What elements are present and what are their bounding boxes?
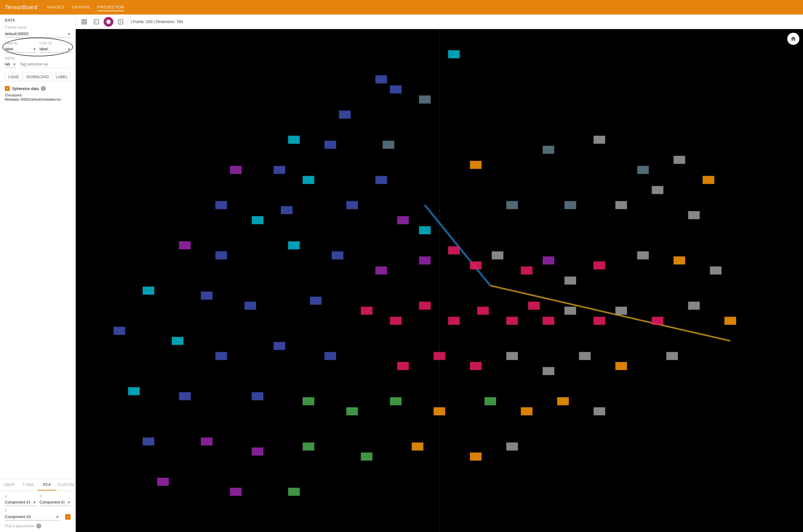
data-section-title: DATA	[5, 18, 71, 22]
svg-rect-39	[179, 242, 191, 250]
svg-rect-70	[652, 317, 663, 325]
svg-rect-73	[114, 327, 125, 335]
svg-rect-83	[579, 352, 591, 360]
pca-help-icon[interactable]: ?	[36, 524, 41, 528]
svg-rect-78	[397, 362, 409, 370]
z-axis-select[interactable]: Component #3	[5, 513, 59, 520]
svg-rect-93	[484, 397, 496, 405]
edit-by-select[interactable]: label	[5, 61, 16, 68]
tag-selection-input[interactable]	[20, 61, 71, 68]
svg-rect-26	[652, 186, 663, 194]
svg-rect-58	[310, 297, 322, 305]
y-axis-select-wrapper: Component #2 ▾	[40, 499, 71, 506]
svg-rect-62	[448, 317, 460, 325]
svg-rect-10	[448, 50, 460, 58]
svg-rect-18	[230, 166, 242, 174]
tab-pca[interactable]: PCA	[38, 479, 56, 491]
svg-rect-40	[215, 251, 227, 260]
pca-note-row: PCA is approximate. ?	[5, 524, 71, 528]
svg-rect-61	[419, 302, 431, 310]
svg-rect-98	[201, 437, 212, 446]
pca-note-text: PCA is approximate.	[5, 524, 35, 528]
svg-line-8	[490, 286, 730, 341]
svg-rect-86	[128, 387, 140, 395]
svg-rect-79	[434, 352, 445, 360]
sphereize-help-icon[interactable]: ?	[41, 86, 46, 91]
sphereize-checkbox[interactable]: ✓	[5, 86, 10, 91]
top-navigation: TensorBoard IMAGES GRAPHS PROJECTOR	[0, 0, 803, 15]
svg-rect-74	[172, 337, 183, 345]
viz-canvas[interactable]	[76, 29, 803, 532]
checkbox-checkmark-icon: ✓	[6, 87, 9, 91]
svg-rect-59	[361, 307, 372, 315]
method-tabs: UMAP T-SNE PCA CUSTOM	[0, 479, 75, 491]
svg-rect-92	[434, 407, 445, 415]
svg-rect-54	[710, 267, 722, 275]
scatter-plot	[76, 29, 803, 532]
svg-rect-2	[82, 22, 84, 24]
y-axis-select[interactable]: Component #2	[40, 499, 71, 506]
tensor-found-text: 1 tensor found	[5, 25, 71, 29]
svg-rect-67	[565, 307, 576, 315]
svg-rect-30	[252, 216, 263, 225]
svg-rect-77	[325, 352, 336, 360]
svg-rect-96	[594, 407, 605, 415]
nav-images[interactable]: IMAGES	[47, 4, 64, 11]
tensor-select[interactable]: default:00002	[5, 30, 71, 38]
svg-rect-31	[281, 206, 292, 214]
svg-rect-22	[470, 161, 481, 169]
svg-text:Z: Z	[95, 21, 97, 23]
svg-rect-23	[543, 146, 554, 154]
svg-rect-45	[448, 246, 460, 254]
action-buttons-row: Load Download Label	[5, 73, 71, 81]
sidebar-bottom: UMAP T-SNE PCA CUSTOM X Component #1 ▾	[0, 479, 75, 532]
x-axis-label: X	[5, 494, 36, 498]
svg-rect-94	[521, 407, 532, 415]
svg-rect-27	[674, 156, 685, 164]
svg-rect-34	[419, 226, 431, 234]
x-axis-select-wrapper: Component #1 ▾	[5, 499, 36, 506]
svg-rect-68	[594, 317, 605, 325]
svg-rect-19	[274, 166, 285, 174]
load-button[interactable]: Load	[5, 73, 22, 81]
svg-rect-44	[419, 256, 431, 265]
svg-rect-107	[288, 488, 300, 496]
grid-icon-btn[interactable]	[79, 17, 89, 27]
svg-rect-0	[82, 19, 84, 21]
sphereize-row: ✓ Sphereize data ?	[5, 86, 71, 91]
svg-rect-24	[594, 136, 605, 144]
nav-projector[interactable]: PROJECTOR	[97, 4, 124, 11]
text-icon-btn[interactable]: A	[116, 17, 126, 27]
svg-rect-50	[565, 277, 576, 285]
x-axis-select[interactable]: Component #1	[5, 499, 36, 506]
label-color-row: Label by label ▾ Color by label	[5, 40, 71, 54]
svg-rect-105	[157, 478, 169, 486]
color-by-select[interactable]: label	[40, 45, 71, 53]
tab-tsne[interactable]: T-SNE	[19, 479, 38, 491]
z-axis-checkbox[interactable]: ✓	[65, 514, 71, 519]
label-button[interactable]: Label	[53, 73, 71, 81]
nav-graphs[interactable]: GRAPHS	[72, 4, 90, 11]
zoom-icon-btn[interactable]: Z	[92, 17, 101, 27]
tab-custom[interactable]: CUSTOM	[56, 479, 75, 491]
home-button[interactable]	[787, 33, 799, 45]
edit-by-label: Edit by	[5, 56, 16, 60]
svg-rect-56	[201, 292, 212, 300]
x-axis-group: X Component #1 ▾	[5, 494, 36, 506]
svg-rect-51	[594, 262, 605, 270]
record-button[interactable]	[103, 17, 113, 27]
svg-rect-64	[506, 317, 518, 325]
svg-rect-53	[674, 256, 685, 265]
svg-rect-104	[506, 443, 518, 451]
download-button[interactable]: Download	[24, 73, 52, 81]
tab-umap[interactable]: UMAP	[0, 479, 19, 491]
record-inner-icon	[107, 20, 111, 24]
label-by-select[interactable]: label	[5, 45, 36, 53]
svg-rect-17	[383, 141, 394, 149]
svg-rect-38	[688, 211, 700, 219]
main-layout: DATA 1 tensor found default:00002 ▾ Labe…	[0, 15, 803, 532]
label-by-select-wrapper: label ▾	[5, 45, 36, 53]
svg-rect-60	[390, 317, 402, 325]
svg-rect-87	[179, 392, 191, 400]
svg-rect-69	[615, 307, 627, 315]
